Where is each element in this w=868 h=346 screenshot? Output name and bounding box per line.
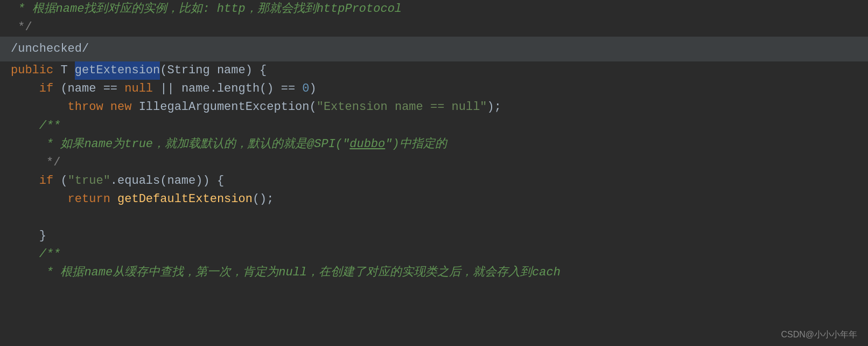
comment-end-1: */ (0, 18, 868, 37)
javadoc-body3-text: * 根据name从缓存中查找，第一次，肯定为null，在创建了对应的实现类之后，… (11, 264, 561, 282)
javadoc-body-2: * 根据name从缓存中查找，第一次，肯定为null，在创建了对应的实现类之后，… (0, 264, 868, 282)
code-container: * 根据name找到对应的实例，比如: http，那就会找到httpProtoc… (0, 0, 868, 346)
javadoc-start-tag2: /** (11, 245, 60, 264)
eq-op2: == (281, 80, 303, 98)
watermark: CSDN@小小小年年 (781, 328, 857, 342)
javadoc-body-text: * 如果name为true，就加载默认的，默认的就是@SPI(" (11, 135, 349, 154)
type-T: T (60, 61, 74, 80)
keyword-if2: if (11, 172, 60, 190)
return-line: return getDefaultExtension (); (0, 190, 868, 209)
method-name-highlighted: getExtension (75, 61, 160, 80)
or-op: || (160, 80, 181, 98)
zero-value: 0 (302, 80, 309, 98)
keyword-public: public (11, 61, 60, 80)
closing-brace-line: } (0, 227, 868, 245)
keyword-throw: throw (11, 98, 110, 116)
closing-brace: } (11, 227, 46, 245)
if-true-line: if ( "true" .equals(name)) { (0, 172, 868, 190)
null-keyword: null (124, 80, 160, 98)
dubbo-link: dubbo (349, 135, 385, 154)
name-length-call: name.length() (181, 80, 281, 98)
if-open-paren: (name (60, 80, 103, 98)
keyword-new: new (110, 98, 139, 116)
eq-op: == (103, 80, 125, 98)
throw-line: throw new IllegalArgumentException( "Ext… (0, 98, 868, 116)
return-method: getDefaultExtension (117, 190, 253, 209)
method-sig: ( (160, 61, 167, 80)
public-method-line: public T getExtension ( String name) { (0, 61, 868, 80)
unchecked-line: /unchecked/ (0, 37, 868, 61)
javadoc-close-1: */ (0, 154, 868, 172)
blank-line (0, 209, 868, 227)
exception-class: IllegalArgumentException( (139, 98, 317, 116)
unchecked-text: /unchecked/ (11, 42, 89, 56)
comment-text-1: * 根据name找到对应的实例，比如: http，那就会找到httpProtoc… (11, 0, 402, 18)
param-name: name) { (210, 61, 267, 80)
equals-call: .equals(name)) { (110, 172, 224, 190)
if-close-paren: ) (310, 80, 317, 98)
javadoc-body-line: * 如果name为true，就加载默认的，默认的就是@SPI("dubbo")中… (0, 135, 868, 154)
return-parens: (); (253, 190, 274, 209)
keyword-return: return (11, 190, 117, 209)
if-line: if (name == null || name.length() == 0 ) (0, 80, 868, 98)
javadoc-end-tag: */ (11, 154, 60, 172)
javadoc-open-1: /** (0, 117, 868, 135)
comment-end-text-1: */ (11, 18, 32, 37)
exception-close: ); (487, 98, 501, 116)
param-type: String (167, 61, 209, 80)
exception-string: "Extension name == null" (317, 98, 487, 116)
javadoc-open-2: /** (0, 245, 868, 264)
comment-line-1: * 根据name找到对应的实例，比如: http，那就会找到httpProtoc… (0, 0, 868, 18)
true-string: "true" (68, 172, 110, 190)
javadoc-body-text2: ")中指定的 (385, 135, 446, 154)
if2-open: ( (60, 172, 67, 190)
keyword-if: if (11, 80, 60, 98)
javadoc-start-tag: /** (11, 117, 60, 135)
